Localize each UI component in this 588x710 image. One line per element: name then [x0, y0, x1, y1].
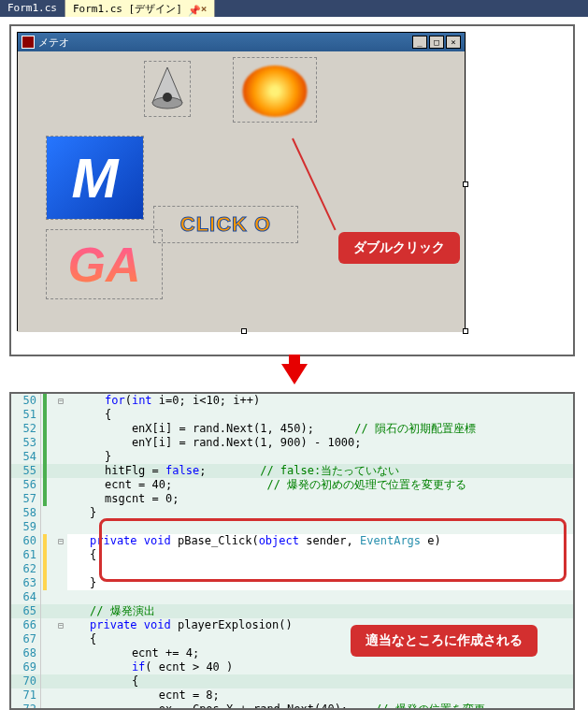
form-icon: [22, 36, 35, 49]
code-line[interactable]: }: [67, 450, 573, 464]
line-number: 54: [11, 450, 41, 464]
resize-handle-mr[interactable]: [463, 181, 468, 187]
code-line[interactable]: hitFlg = false; // false:当たっていない: [67, 464, 573, 478]
code-line[interactable]: {: [67, 674, 573, 688]
code-line[interactable]: }: [67, 576, 573, 590]
picturebox-meteor[interactable]: [144, 61, 191, 117]
line-number: 67: [11, 632, 41, 646]
code-editor[interactable]: 50⊟for(intfor(int i=0; i<10; i++) i=0; i…: [9, 392, 575, 710]
change-marker: [41, 394, 54, 408]
line-number: 55: [11, 464, 41, 478]
line-number: 65: [11, 604, 41, 618]
picturebox-click[interactable]: CLICK O: [153, 206, 298, 243]
code-line[interactable]: if( ecnt > 40 ): [67, 660, 573, 674]
line-number: 56: [11, 478, 41, 492]
form-client-area[interactable]: M CLICK O GA: [18, 51, 465, 332]
code-line[interactable]: [67, 590, 573, 604]
form-title: メテオ: [38, 36, 410, 50]
line-number: 69: [11, 660, 41, 674]
tab-bar: Form1.cs Form1.cs [デザイン] 📌 ×: [0, 0, 588, 17]
code-line[interactable]: // 爆発演出: [67, 604, 573, 618]
fold-toggle[interactable]: ⊟: [54, 618, 67, 632]
line-number: 66: [11, 618, 41, 632]
code-line[interactable]: {: [67, 548, 573, 562]
code-line[interactable]: {: [67, 408, 573, 422]
line-number: 72: [11, 703, 41, 710]
line-number: 71: [11, 688, 41, 703]
line-number: 50: [11, 394, 41, 408]
fold-toggle[interactable]: ⊟: [54, 534, 67, 548]
line-number: 62: [11, 562, 41, 576]
picturebox-m-logo[interactable]: M: [46, 136, 144, 220]
tab-form1-cs[interactable]: Form1.cs: [0, 0, 65, 17]
code-line[interactable]: private void pBase_Click(object sender, …: [67, 534, 573, 548]
picturebox-explosion[interactable]: [233, 57, 317, 123]
click-label: CLICK O: [154, 207, 297, 242]
tab-label: Form1.cs [デザイン]: [73, 2, 182, 16]
line-number: 64: [11, 590, 41, 604]
arrow-down-icon: [281, 364, 308, 384]
callout-doubleclick: ダブルクリック: [338, 232, 460, 264]
code-line[interactable]: ecnt = 8;: [67, 688, 573, 703]
code-line[interactable]: [67, 520, 573, 534]
explosion-icon: [242, 65, 308, 117]
m-logo-icon: M: [47, 137, 143, 219]
designer-surface[interactable]: メテオ _ □ × M CLICK O GA: [9, 24, 575, 356]
resize-handle-bm[interactable]: [241, 328, 247, 334]
line-number: 52: [11, 422, 41, 436]
tab-form1-design[interactable]: Form1.cs [デザイン] 📌 ×: [65, 0, 215, 17]
maximize-button[interactable]: □: [429, 36, 444, 49]
form-window[interactable]: メテオ _ □ × M CLICK O GA: [17, 32, 466, 331]
line-number: 51: [11, 408, 41, 422]
code-line[interactable]: ecnt = 40; // 爆発の初めの処理で位置を変更する: [67, 478, 573, 492]
ga-logo-icon: GA: [47, 230, 162, 298]
code-line[interactable]: ex = Cpos.X + rand.Next(40); // 爆発の位置を変更: [67, 703, 573, 710]
picturebox-ga-logo[interactable]: GA: [46, 229, 163, 299]
line-number: 60: [11, 534, 41, 548]
line-number: 68: [11, 646, 41, 660]
line-number: 70: [11, 674, 41, 688]
line-number: 53: [11, 436, 41, 450]
callout-generated: 適当なところに作成される: [351, 625, 538, 657]
form-titlebar[interactable]: メテオ _ □ ×: [18, 33, 465, 51]
pin-icon[interactable]: 📌: [188, 5, 195, 12]
minimize-button[interactable]: _: [412, 36, 427, 49]
code-line[interactable]: msgcnt = 0;: [67, 492, 573, 506]
resize-handle-br[interactable]: [463, 328, 468, 334]
code-line[interactable]: enY[i] = rand.Next(1, 900) - 1000;: [67, 436, 573, 450]
line-number: 57: [11, 492, 41, 506]
meteor-icon: [145, 62, 190, 116]
close-button[interactable]: ×: [446, 36, 461, 49]
svg-point-2: [163, 93, 172, 102]
code-line[interactable]: enX[i] = rand.Next(1, 450); // 隕石の初期配置座標: [67, 422, 573, 436]
code-line[interactable]: [67, 562, 573, 576]
code-line[interactable]: for(intfor(int i=0; i<10; i++) i=0; i<10…: [67, 394, 573, 408]
fold-toggle[interactable]: ⊟: [54, 394, 67, 408]
line-number: 61: [11, 548, 41, 562]
line-number: 58: [11, 506, 41, 520]
close-icon[interactable]: ×: [201, 3, 208, 15]
line-number: 63: [11, 576, 41, 590]
line-number: 59: [11, 520, 41, 534]
code-line[interactable]: }: [67, 506, 573, 520]
